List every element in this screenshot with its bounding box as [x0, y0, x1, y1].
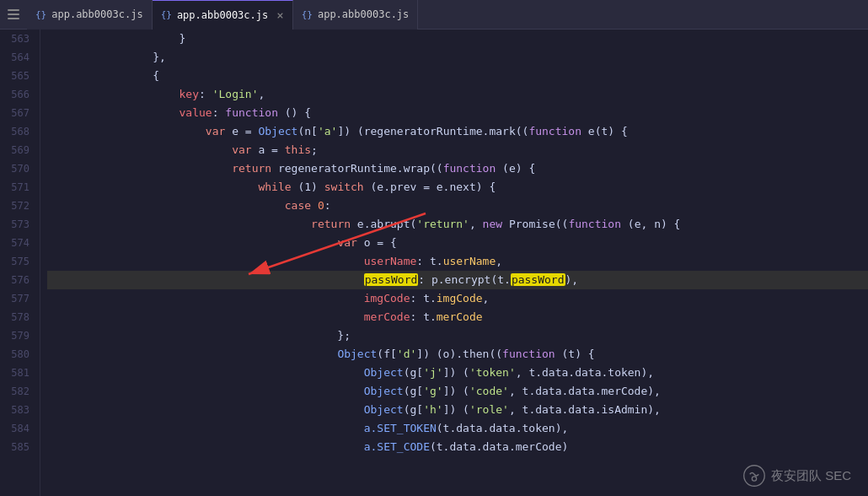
- tab-bar: {} app.abb0003c.js {} app.abb0003c.js × …: [0, 0, 868, 30]
- line-num-570: 570: [7, 159, 29, 178]
- line-num-563: 563: [7, 30, 29, 48]
- code-line-575: userName: t.userName,: [47, 252, 868, 271]
- line-num-579: 579: [7, 326, 29, 345]
- password-val-highlight: passWord: [511, 273, 565, 286]
- code-content: } }, { key: 'Login', value: function () …: [40, 30, 868, 496]
- code-line-572: case 0:: [47, 197, 868, 215]
- svg-rect-2: [8, 18, 19, 19]
- code-line-564: },: [47, 48, 868, 67]
- line-num-571: 571: [7, 178, 29, 197]
- line-num-582: 582: [7, 382, 29, 401]
- svg-rect-0: [8, 9, 19, 11]
- line-num-567: 567: [7, 104, 29, 122]
- line-num-585: 585: [7, 438, 29, 456]
- code-line-585: a.SET_CODE(t.data.data.merCode): [47, 438, 868, 456]
- tab-icon-2: {}: [161, 9, 172, 20]
- line-num-580: 580: [7, 345, 29, 364]
- line-numbers: 563 564 565 566 567 568 569 570 571 572 …: [0, 30, 40, 496]
- line-num-573: 573: [7, 215, 29, 234]
- line-num-565: 565: [7, 67, 29, 85]
- line-num-564: 564: [7, 48, 29, 67]
- code-line-584: a.SET_TOKEN(t.data.data.token),: [47, 419, 868, 438]
- tab-label-2: app.abb0003c.js: [177, 9, 268, 21]
- line-num-574: 574: [7, 234, 29, 252]
- line-num-575: 575: [7, 252, 29, 271]
- tab-icon-1: {}: [35, 9, 46, 20]
- code-line-567: value: function () {: [47, 104, 868, 122]
- code-line-570: return regeneratorRuntime.wrap((function…: [47, 159, 868, 178]
- code-line-583: Object(g['h']) ('role', t.data.data.isAd…: [47, 401, 868, 419]
- tab-label-3: app.abb0003c.js: [318, 8, 409, 20]
- code-line-574: var o = {: [47, 234, 868, 252]
- line-num-577: 577: [7, 289, 29, 308]
- tab-1[interactable]: {} app.abb0003c.js: [27, 0, 153, 30]
- code-line-578: merCode: t.merCode: [47, 308, 868, 326]
- code-line-573: return e.abrupt('return', new Promise((f…: [47, 215, 868, 234]
- line-num-566: 566: [7, 85, 29, 104]
- line-num-578: 578: [7, 308, 29, 326]
- code-line-568: var e = Object(n['a']) (regeneratorRunti…: [47, 122, 868, 141]
- code-line-569: var a = this;: [47, 141, 868, 159]
- line-num-583: 583: [7, 401, 29, 419]
- line-num-584: 584: [7, 419, 29, 438]
- tab-icon-3: {}: [302, 9, 313, 20]
- svg-rect-1: [8, 13, 19, 15]
- code-line-563: }: [47, 30, 868, 48]
- line-num-569: 569: [7, 141, 29, 159]
- code-line-581: Object(g['j']) ('token', t.data.data.tok…: [47, 364, 868, 382]
- code-line-566: key: 'Login',: [47, 85, 868, 104]
- sidebar-icon[interactable]: [3, 4, 24, 24]
- line-num-572: 572: [7, 197, 29, 215]
- line-num-568: 568: [7, 122, 29, 141]
- line-num-576: 576: [7, 271, 29, 289]
- tab-close-icon[interactable]: ×: [276, 8, 283, 22]
- tab-2[interactable]: {} app.abb0003c.js ×: [153, 0, 293, 30]
- code-line-576: passWord: p.encrypt(t.passWord),: [47, 271, 868, 289]
- password-key-highlight: passWord: [364, 273, 419, 286]
- code-line-571: while (1) switch (e.prev = e.next) {: [47, 178, 868, 197]
- tab-3[interactable]: {} app.abb0003c.js: [293, 0, 419, 30]
- line-num-581: 581: [7, 364, 29, 382]
- code-line-577: imgCode: t.imgCode,: [47, 289, 868, 308]
- code-line-582: Object(g['g']) ('code', t.data.data.merC…: [47, 382, 868, 401]
- code-line-580: Object(f['d']) (o).then((function (t) {: [47, 345, 868, 364]
- app-container: {} app.abb0003c.js {} app.abb0003c.js × …: [0, 0, 868, 496]
- code-area: 563 564 565 566 567 568 569 570 571 572 …: [0, 30, 868, 496]
- code-line-579: };: [47, 326, 868, 345]
- tab-label-1: app.abb0003c.js: [51, 8, 142, 20]
- code-line-565: {: [47, 67, 868, 85]
